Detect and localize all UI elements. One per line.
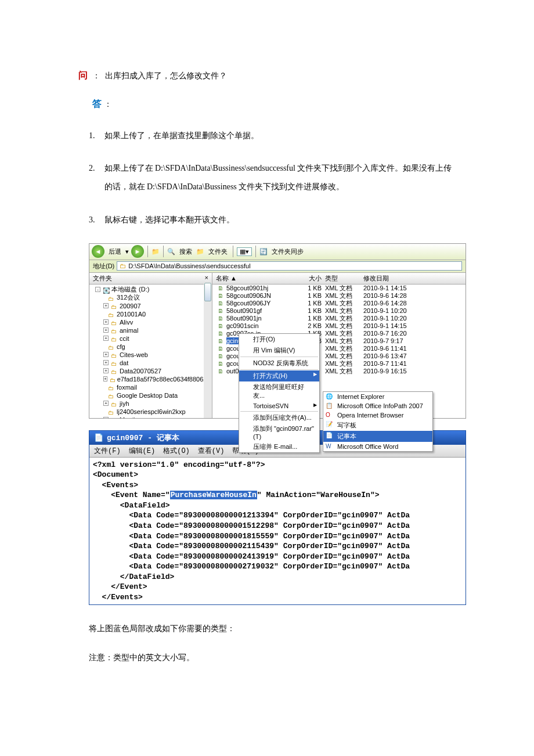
- search-icon[interactable]: 🔍: [167, 248, 175, 255]
- question-line: 问 ： 出库扫成入库了，怎么修改文件？: [78, 70, 456, 82]
- file-list: 名称 ▲ 大小 类型 修改日期 58gcout0901hj1 KBXML 文档2…: [212, 273, 466, 418]
- file-icon: [218, 360, 225, 367]
- infopath-icon: 📋: [326, 402, 334, 409]
- file-icon: [218, 307, 225, 314]
- question-label: 问: [78, 70, 88, 82]
- tree-node[interactable]: e7fad18a5f79c88ec0634f880625308e: [117, 376, 212, 383]
- file-icon: [218, 300, 225, 307]
- ctx-zip-mail[interactable]: 压缩并 E-mail...: [239, 441, 319, 452]
- col-date[interactable]: 修改日期: [363, 274, 466, 283]
- sub-wordpad[interactable]: 📝写字板: [323, 420, 432, 431]
- tree-node[interactable]: cfg: [117, 343, 125, 350]
- explorer-window: ◄ 后退 ▾ ► 📁 🔍 搜索 📁 文件夹 ▦▾ 🔄 文件夹同步 地址(D) 🗀…: [89, 243, 466, 419]
- notepad-icon: 📄: [94, 433, 103, 442]
- paragraph: 将上图蓝色局部改成如下你需要的类型：: [89, 621, 456, 636]
- sync-label[interactable]: 文件夹同步: [270, 247, 305, 256]
- tree-node[interactable]: Cites-web: [120, 351, 148, 358]
- address-label: 地址(D): [93, 262, 114, 271]
- tree-node[interactable]: dat: [120, 359, 128, 366]
- ctx-open-with[interactable]: 打开方式(H): [239, 370, 319, 381]
- ctx-zip-rar[interactable]: 添加到 "gcin0907.rar"(T): [239, 423, 319, 441]
- answer-sep: ：: [104, 100, 112, 109]
- sub-infopath[interactable]: 📋Microsoft Office InfoPath 2007: [323, 401, 432, 411]
- tree-node[interactable]: Data20070527: [120, 368, 161, 375]
- sub-ie[interactable]: 🌐Internet Explorer: [323, 392, 432, 401]
- question-sep: ：: [92, 71, 100, 81]
- close-icon[interactable]: ×: [205, 274, 208, 283]
- selected-text: PurchaseWareHouseIn: [170, 491, 257, 499]
- sub-word[interactable]: WMicrosoft Office Word: [323, 442, 432, 451]
- tree-node[interactable]: 200907: [120, 303, 141, 309]
- ctx-aliww[interactable]: 发送给阿里旺旺好友...: [239, 381, 319, 401]
- tree-header: 文件夹 ×: [89, 273, 212, 285]
- list-item: 2.如果上传了在 D:\SFDA\InData\Bussiness\sendsu…: [89, 159, 456, 196]
- back-icon[interactable]: ◄: [92, 245, 104, 258]
- context-menu: 打开(O) 用 Vim 编辑(V) NOD32 反病毒系统 打开方式(H) 发送…: [239, 333, 320, 453]
- answer-line: 答 ：: [92, 98, 456, 110]
- ctx-svn[interactable]: TortoiseSVN: [239, 401, 319, 411]
- address-input[interactable]: 🗀 D:\SFDA\InData\Bussiness\sendsuccessfu…: [117, 261, 462, 271]
- question-text: 出库扫成入库了，怎么修改文件？: [105, 71, 227, 81]
- menu-edit[interactable]: 编辑(E): [129, 446, 156, 456]
- opera-icon: O: [326, 412, 334, 418]
- tree-node[interactable]: Google Desktop Data: [117, 392, 178, 399]
- folder-tree[interactable]: 文件夹 × -本地磁盘 (D:) 312会议 +200907 201001A0 …: [89, 273, 212, 418]
- wordpad-icon: 📝: [326, 421, 334, 427]
- scrollbar[interactable]: [204, 283, 212, 418]
- file-icon: [218, 368, 225, 375]
- folder-icon: 🗀: [120, 262, 126, 269]
- tree-node[interactable]: 201001A0: [117, 311, 146, 318]
- folders-icon[interactable]: 📁: [196, 248, 204, 255]
- list-item: 3.鼠标右键，选择记事本翻开该文件。: [89, 211, 456, 229]
- tree-node[interactable]: lj2400seriespcl6win2kxp: [117, 408, 186, 415]
- search-label[interactable]: 搜索: [178, 247, 194, 256]
- menu-file[interactable]: 文件(F): [94, 446, 121, 456]
- file-icon: [218, 330, 225, 337]
- list-item: 1.如果上传了，在单据查找里删除这个单据。: [89, 127, 456, 145]
- file-icon: [218, 315, 225, 322]
- ctx-open[interactable]: 打开(O): [239, 334, 319, 345]
- sub-notepad[interactable]: 📄记事本: [323, 431, 432, 442]
- notepad-body[interactable]: <?xml version="1.0" encoding="utf-8"?> <…: [89, 458, 466, 605]
- ctx-vim[interactable]: 用 Vim 编辑(V): [239, 345, 319, 356]
- explorer-toolbar: ◄ 后退 ▾ ► 📁 🔍 搜索 📁 文件夹 ▦▾ 🔄 文件夹同步: [89, 244, 466, 260]
- notepad-window: 📄 gcin0907 - 记事本 文件(F) 编辑(E) 格式(O) 查看(V)…: [89, 430, 466, 606]
- tree-node[interactable]: Maxthon: [120, 416, 144, 418]
- answer-list: 1.如果上传了，在单据查找里删除这个单据。 2.如果上传了在 D:\SFDA\I…: [89, 127, 456, 229]
- tree-node[interactable]: jiyh: [120, 400, 129, 407]
- file-icon: [218, 345, 225, 352]
- address-bar: 地址(D) 🗀 D:\SFDA\InData\Bussiness\sendsuc…: [89, 260, 466, 273]
- back-label[interactable]: 后退: [107, 247, 123, 256]
- tree-node[interactable]: Alivv: [120, 319, 133, 326]
- tree-node[interactable]: 本地磁盘 (D:): [111, 285, 149, 294]
- tree-node[interactable]: ccit: [120, 335, 129, 342]
- folders-label[interactable]: 文件夹: [207, 247, 229, 256]
- tree-node[interactable]: 312会议: [117, 293, 140, 302]
- forward-icon[interactable]: ►: [131, 245, 144, 258]
- paragraph: 注意：类型中的英文大小写。: [89, 650, 456, 665]
- tree-node[interactable]: foxmail: [117, 384, 137, 391]
- col-name[interactable]: 名称 ▲: [212, 274, 305, 283]
- answer-label: 答: [92, 99, 102, 109]
- col-type[interactable]: 类型: [325, 274, 363, 283]
- file-icon: [218, 337, 225, 344]
- file-icon: [218, 322, 225, 329]
- up-icon[interactable]: 📁: [151, 248, 160, 255]
- sync-icon[interactable]: 🔄: [259, 248, 268, 255]
- sub-opera[interactable]: OOpera Internet Browser: [323, 411, 432, 420]
- tree-node[interactable]: animal: [120, 327, 138, 334]
- file-icon: [218, 285, 225, 291]
- menu-format[interactable]: 格式(O): [163, 446, 190, 456]
- word-icon: W: [326, 443, 334, 449]
- col-size[interactable]: 大小: [305, 274, 325, 283]
- ctx-zip-add[interactable]: 添加到压缩文件(A)...: [239, 412, 319, 423]
- views-icon[interactable]: ▦▾: [237, 247, 252, 256]
- menu-view[interactable]: 查看(V): [198, 446, 225, 456]
- ie-icon: 🌐: [326, 393, 334, 399]
- open-with-submenu: 🌐Internet Explorer 📋Microsoft Office Inf…: [323, 391, 433, 452]
- file-icon: [218, 352, 225, 359]
- file-icon: [218, 292, 225, 299]
- notepad-icon: 📄: [326, 432, 334, 438]
- ctx-nod32[interactable]: NOD32 反病毒系统: [239, 358, 319, 369]
